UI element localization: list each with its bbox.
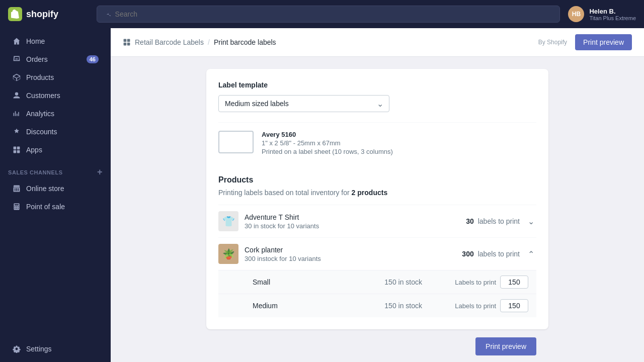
sidebar: Home Orders 46 Products Customers Anal: [0, 28, 111, 362]
label-model: Avery 5160: [262, 131, 393, 138]
by-shopify-text: By Shopify: [538, 39, 567, 46]
svg-rect-1: [17, 147, 20, 150]
product-info-tshirt: Adventure T Shirt 30 in stock for 10 var…: [245, 213, 460, 230]
product-labels-tshirt: 30 labels to print: [466, 217, 520, 225]
discounts-icon: [12, 127, 21, 136]
product-row-tshirt: 👕 Adventure T Shirt 30 in stock for 10 v…: [218, 205, 536, 237]
variant-stock-small: 150 in stock: [384, 278, 455, 286]
variant-name-small: Small: [253, 278, 384, 286]
svg-rect-0: [14, 147, 17, 150]
label-size: 1" x 2 5/8" - 25mm x 67mm: [262, 139, 393, 147]
store-icon: [12, 184, 21, 193]
product-row-planter-container: 🪴 Cork planter 300 instock for 10 varian…: [218, 237, 536, 317]
products-subtitle: Printing labels based on total inventory…: [218, 189, 536, 197]
settings-icon: [12, 344, 21, 353]
variant-name-medium: Medium: [253, 302, 384, 310]
breadcrumb-icon: [123, 38, 131, 46]
sidebar-item-point-of-sale[interactable]: Point of sale: [4, 198, 107, 215]
sidebar-item-settings[interactable]: Settings: [4, 340, 107, 357]
sidebar-bottom: Settings: [0, 340, 111, 358]
label-template-select-wrapper: Medium sized labels Small labels Large l…: [218, 95, 536, 112]
add-sales-channel-btn[interactable]: +: [97, 167, 103, 177]
labels-to-print-label-medium: Labels to print: [455, 302, 496, 310]
sidebar-item-discounts[interactable]: Discounts: [4, 123, 107, 140]
svg-rect-6: [124, 43, 127, 46]
sidebar-label-customers: Customers: [26, 92, 60, 100]
top-bar: shopify HB Helen B. Titan Plus Extreme: [0, 0, 644, 28]
pos-icon: [12, 202, 21, 211]
sidebar-label-apps: Apps: [26, 146, 42, 154]
product-stock-tshirt: 30 in stock for 10 variants: [245, 222, 460, 230]
product-collapse-planter[interactable]: ⌃: [526, 247, 536, 261]
svg-rect-2: [14, 150, 17, 153]
breadcrumb: Retail Barcode Labels / Print barcode la…: [123, 38, 276, 46]
label-template-title: Label template: [218, 81, 536, 89]
sidebar-item-analytics[interactable]: Analytics: [4, 105, 107, 122]
product-thumb-planter: 🪴: [218, 244, 238, 264]
variant-stock-medium: 150 in stock: [384, 302, 455, 310]
product-name-tshirt: Adventure T Shirt: [245, 213, 460, 221]
main-content: Retail Barcode Labels / Print barcode la…: [111, 28, 644, 362]
variant-rows-planter: Small 150 in stock Labels to print Mediu…: [218, 270, 536, 317]
variant-row-small: Small 150 in stock Labels to print: [218, 270, 536, 294]
product-thumb-tshirt: 👕: [218, 211, 238, 231]
product-info-planter: Cork planter 300 instock for 10 variants: [245, 246, 456, 262]
user-area: HB Helen B. Titan Plus Extreme: [568, 6, 636, 22]
products-icon: [12, 73, 21, 82]
product-expand-tshirt[interactable]: ⌄: [526, 215, 536, 228]
label-details: Avery 5160 1" x 2 5/8" - 25mm x 67mm Pri…: [262, 131, 393, 155]
sidebar-item-orders[interactable]: Orders 46: [4, 51, 107, 68]
variant-labels-medium: Labels to print: [455, 299, 528, 312]
sidebar-label-settings: Settings: [26, 345, 52, 353]
sidebar-label-discounts: Discounts: [26, 128, 57, 136]
label-sheet-info: Printed on a label sheet (10 rows, 3 col…: [262, 148, 393, 155]
svg-rect-5: [127, 39, 130, 42]
product-labels-planter: 300 labels to print: [462, 250, 520, 258]
main-card: Label template Medium sized labels Small…: [206, 69, 548, 329]
apps-icon: [12, 145, 21, 154]
logo-text: shopify: [26, 9, 58, 20]
shopify-logo-icon: [8, 7, 22, 21]
customers-icon: [12, 91, 21, 100]
product-stock-planter: 300 instock for 10 variants: [245, 255, 456, 262]
variant-labels-small: Labels to print: [455, 276, 528, 289]
label-info: Avery 5160 1" x 2 5/8" - 25mm x 67mm Pri…: [218, 122, 536, 163]
label-template-section: Label template Medium sized labels Small…: [218, 81, 536, 163]
labels-to-print-label-small: Labels to print: [455, 279, 496, 286]
search-input[interactable]: [115, 10, 554, 18]
sidebar-label-home: Home: [26, 37, 45, 45]
sidebar-item-customers[interactable]: Customers: [4, 87, 107, 104]
bottom-actions: Print preview: [206, 329, 548, 362]
sidebar-item-online-store[interactable]: Online store: [4, 180, 107, 197]
search-icon: [103, 10, 111, 18]
avatar: HB: [568, 6, 584, 22]
svg-rect-7: [127, 43, 130, 46]
sidebar-label-point-of-sale: Point of sale: [26, 203, 65, 211]
labels-input-small[interactable]: [500, 276, 528, 289]
breadcrumb-parent[interactable]: Retail Barcode Labels: [135, 38, 204, 46]
user-info: Helen B. Titan Plus Extreme: [589, 8, 636, 21]
user-org: Titan Plus Extreme: [589, 15, 636, 21]
orders-badge: 46: [87, 55, 99, 63]
sales-channels-header: SALES CHANNELS +: [0, 159, 111, 179]
user-name: Helen B.: [589, 8, 636, 15]
products-title: Products: [218, 175, 536, 185]
content-area: Label template Medium sized labels Small…: [111, 57, 644, 362]
sidebar-label-analytics: Analytics: [26, 110, 54, 118]
print-preview-top-button[interactable]: Print preview: [575, 34, 632, 50]
sidebar-item-apps[interactable]: Apps: [4, 141, 107, 158]
sidebar-label-products: Products: [26, 73, 54, 81]
analytics-icon: [12, 109, 21, 118]
sidebar-item-products[interactable]: Products: [4, 69, 107, 86]
home-icon: [12, 37, 21, 46]
print-preview-bottom-button[interactable]: Print preview: [475, 337, 536, 355]
product-name-planter: Cork planter: [245, 246, 456, 254]
search-bar[interactable]: [97, 6, 560, 23]
sidebar-item-home[interactable]: Home: [4, 33, 107, 50]
sidebar-label-online-store: Online store: [26, 185, 64, 193]
orders-icon: [12, 55, 21, 64]
labels-input-medium[interactable]: [500, 299, 528, 312]
label-template-select[interactable]: Medium sized labels Small labels Large l…: [218, 95, 389, 112]
logo-area: shopify: [8, 7, 89, 21]
svg-rect-3: [17, 150, 20, 153]
